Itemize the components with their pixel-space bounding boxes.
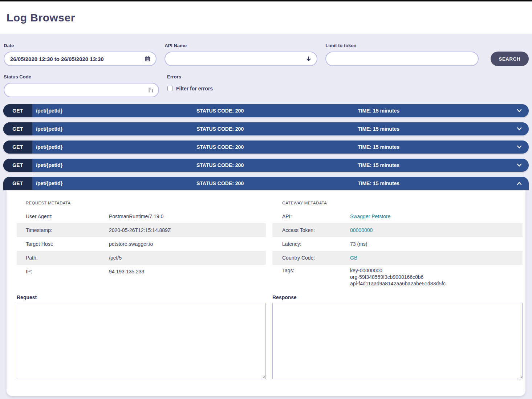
limit-token-input[interactable]: [332, 56, 472, 62]
metadata-value: petstore.swagger.io: [109, 241, 153, 247]
filter-bar: Date API Name: [0, 34, 532, 97]
metadata-label: Target Host:: [26, 241, 109, 247]
log-detail-panel: REQUEST METADATA User Agent:PostmanRunti…: [7, 190, 525, 396]
log-row-status: STATUS CODE: 200: [196, 180, 244, 186]
metadata-label: API:: [282, 213, 350, 219]
gateway-metadata-table: API:Swagger PetstoreAccess Token:0000000…: [272, 209, 523, 289]
metadata-row: Latency:73 (ms): [272, 237, 523, 251]
log-rows-list: GET /pet/{petId} STATUS CODE: 200 TIME: …: [0, 104, 532, 396]
log-row-time: TIME: 15 minutes: [358, 180, 399, 186]
log-row-path: /pet/{petId}: [36, 180, 62, 186]
header: Log Browser: [0, 1, 532, 34]
metadata-label: Latency:: [282, 241, 350, 247]
filter-for-errors-checkbox[interactable]: [167, 86, 173, 91]
metadata-row: API:Swagger Petstore: [272, 209, 523, 223]
log-row-status: STATUS CODE: 200: [196, 108, 244, 114]
api-name-select[interactable]: [165, 52, 317, 66]
log-row[interactable]: GET /pet/{petId} STATUS CODE: 200 TIME: …: [3, 141, 529, 154]
status-code-value: 200: [235, 180, 244, 186]
log-row-time: TIME: 15 minutes: [358, 108, 399, 114]
errors-label: Errors: [167, 74, 322, 80]
metadata-value: 2020-05-26T12:15:14.889Z: [109, 227, 171, 233]
metadata-label: User Agent:: [26, 213, 109, 219]
metadata-value-link[interactable]: Swagger Petstore: [350, 213, 390, 220]
log-row-time: TIME: 15 minutes: [358, 144, 399, 150]
metadata-label: Timestamp:: [26, 227, 109, 233]
gateway-metadata-section: GATEWAY METADATA API:Swagger PetstoreAcc…: [272, 200, 523, 289]
limit-token-label: Limit to token: [325, 43, 478, 48]
chevron-up-icon[interactable]: [516, 181, 522, 186]
time-label-text: TIME:: [358, 162, 371, 168]
tag-value: org-59f348559f3cb9000166c0b6: [350, 274, 446, 280]
status-code-input[interactable]: [10, 87, 145, 93]
status-code-value: 200: [235, 162, 244, 168]
metadata-label: IP:: [26, 269, 109, 274]
method-badge: GET: [3, 122, 32, 135]
log-row-expanded[interactable]: GET /pet/{petId} STATUS CODE: 200 TIME: …: [3, 177, 529, 190]
status-code-label-text: STATUS CODE:: [196, 180, 234, 186]
response-label: Response: [272, 294, 523, 300]
api-name-label: API Name: [165, 43, 317, 48]
metadata-row: Timestamp:2020-05-26T12:15:14.889Z: [17, 223, 266, 237]
log-row[interactable]: GET /pet/{petId} STATUS CODE: 200 TIME: …: [3, 159, 529, 172]
status-code-value: 200: [235, 126, 244, 132]
status-code-label-text: STATUS CODE:: [196, 108, 234, 114]
metadata-row: Access Token:00000000: [272, 223, 523, 237]
api-name-input[interactable]: [171, 56, 303, 62]
page-title: Log Browser: [7, 12, 75, 24]
gateway-metadata-title: GATEWAY METADATA: [282, 201, 523, 205]
time-label-text: TIME:: [358, 180, 371, 186]
chevron-down-icon[interactable]: [516, 144, 522, 150]
time-value: 15 minutes: [373, 180, 399, 186]
chevron-down-icon[interactable]: [516, 108, 522, 113]
log-row[interactable]: GET /pet/{petId} STATUS CODE: 200 TIME: …: [3, 122, 529, 135]
date-field: Date: [4, 43, 157, 66]
status-code-field: Status Code: [4, 74, 159, 97]
time-value: 15 minutes: [373, 144, 399, 150]
response-textarea[interactable]: [272, 303, 523, 379]
request-textarea[interactable]: [17, 303, 266, 379]
metadata-label: Path:: [26, 255, 109, 261]
method-badge: GET: [3, 177, 32, 190]
metadata-row: Country Code:GB: [272, 251, 523, 265]
calendar-icon[interactable]: [144, 56, 151, 62]
status-code-label-text: STATUS CODE:: [196, 144, 234, 150]
chevron-down-icon[interactable]: [516, 126, 522, 131]
search-button[interactable]: SEARCH: [491, 52, 529, 66]
request-metadata-title: REQUEST METADATA: [26, 201, 266, 205]
status-code-input-wrapper: [4, 83, 159, 97]
arrow-down-icon[interactable]: [306, 56, 312, 62]
metadata-value-link[interactable]: 00000000: [350, 227, 373, 233]
status-code-label: Status Code: [4, 74, 159, 80]
metadata-row: Tags:key-00000000org-59f348559f3cb900016…: [272, 265, 523, 289]
time-value: 15 minutes: [373, 108, 399, 114]
log-row-time: TIME: 15 minutes: [358, 126, 399, 132]
metadata-value: 73 (ms): [350, 241, 367, 247]
metadata-row: User Agent:PostmanRuntime/7.19.0: [17, 209, 266, 223]
log-row-path: /pet/{petId}: [36, 144, 62, 150]
date-input[interactable]: [10, 56, 141, 62]
log-rows-collapsed: GET /pet/{petId} STATUS CODE: 200 TIME: …: [3, 104, 529, 172]
log-row-status: STATUS CODE: 200: [196, 162, 244, 168]
log-row[interactable]: GET /pet/{petId} STATUS CODE: 200 TIME: …: [3, 104, 529, 117]
metadata-row: Path:/pet/5: [17, 251, 266, 265]
method-badge: GET: [3, 159, 32, 172]
filter-for-errors-label[interactable]: Filter for errors: [176, 86, 213, 91]
metadata-value-link[interactable]: GB: [350, 255, 357, 261]
time-value: 15 minutes: [373, 162, 399, 168]
chevron-down-icon[interactable]: [516, 163, 522, 168]
metadata-row: IP:94.193.135.233: [17, 265, 266, 278]
log-row-status: STATUS CODE: 200: [196, 126, 244, 132]
metadata-label: Tags:: [282, 267, 350, 274]
time-label-text: TIME:: [358, 108, 371, 114]
log-row-path: /pet/{petId}: [36, 126, 62, 132]
method-badge: GET: [3, 141, 32, 154]
time-label-text: TIME:: [358, 126, 371, 132]
metadata-multivalue: key-00000000org-59f348559f3cb9000166c0b6…: [350, 267, 446, 287]
request-label: Request: [17, 294, 266, 300]
metadata-value: /pet/5: [109, 255, 122, 261]
time-label-text: TIME:: [358, 144, 371, 150]
tag-value: api-f4d11aad9a8142aa6ba2abe51d83d5fc: [350, 280, 446, 287]
bars-icon: [148, 87, 153, 93]
log-row-path: /pet/{petId}: [36, 162, 62, 168]
